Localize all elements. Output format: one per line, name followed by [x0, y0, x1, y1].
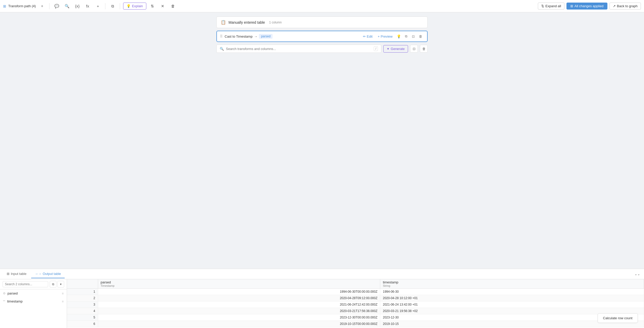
- col-name: timestamp: [7, 299, 60, 303]
- copy-button[interactable]: ⧉: [108, 2, 117, 10]
- timestamp-cell: 1994-06-30: [380, 289, 644, 295]
- preview-label: Preview: [381, 35, 393, 38]
- col-name: parsed: [7, 291, 60, 295]
- timestamp-cell: 2020-04-28 10:12:00 +01: [380, 295, 644, 301]
- cast-to-timestamp-label: Cast to Timestamp: [225, 35, 252, 38]
- path-title: Transform path (4): [8, 4, 36, 8]
- main-content: 📋 Manually entered table 1 column ⠿ Cast…: [0, 12, 644, 269]
- generate-label: Generate: [391, 47, 405, 51]
- sort-icon[interactable]: ≡: [62, 300, 64, 303]
- transform-path-icon: ⊞: [3, 4, 6, 8]
- add-button[interactable]: ＋: [38, 2, 46, 10]
- row-number-cell: 5: [67, 314, 98, 321]
- preview-icon: +: [378, 35, 380, 38]
- search-bar: 🔍 /: [216, 45, 381, 53]
- output-table-label: Output table: [43, 272, 61, 276]
- row-number-cell: 2: [67, 295, 98, 301]
- output-table-icon: →→: [35, 272, 41, 276]
- table-row: 22020-04-28T09:12:00.000Z2020-04-28 10:1…: [67, 295, 644, 301]
- source-title: Manually entered table: [228, 20, 265, 24]
- list-item[interactable]: "" timestamp ≡: [0, 297, 67, 305]
- explain-label: Explain: [132, 4, 143, 8]
- zoom-button[interactable]: 🔍: [63, 2, 71, 10]
- table-row: 42020-03-21T17:56:38.000Z2020-03-21 19:5…: [67, 308, 644, 314]
- left-search-row: ⧉ ▾: [0, 279, 67, 289]
- source-meta: 1 column: [269, 21, 282, 24]
- search-input[interactable]: [226, 47, 372, 51]
- list-item[interactable]: ⊙ parsed ≡: [0, 289, 67, 297]
- copy-transform-button[interactable]: ⧉: [402, 33, 410, 40]
- plus-button[interactable]: +: [94, 2, 102, 10]
- parsed-cell: 2020-04-28T09:12:00.000Z: [98, 295, 380, 301]
- function-button[interactable]: fx: [83, 2, 92, 10]
- expand-label: Expand all: [545, 4, 561, 8]
- edit-label: Edit: [367, 35, 372, 38]
- open-in-new-button[interactable]: ⊡: [410, 45, 418, 53]
- timestamp-cell: 2021-06-24 13:42:00 +01: [380, 301, 644, 308]
- collapse-panel-button[interactable]: ⌄⌄: [634, 271, 641, 278]
- col-type-icon: "": [3, 300, 5, 303]
- transform-arrow: →: [254, 35, 257, 38]
- data-table-wrapper: parsedTimestamptimestampString 11994-06-…: [67, 279, 644, 328]
- edit-transform-button[interactable]: ✏ Edit: [360, 33, 375, 39]
- left-panel: ⧉ ▾ ⊙ parsed ≡ "" timestamp ≡: [0, 279, 67, 328]
- sort-icon[interactable]: ≡: [62, 292, 64, 295]
- copy-columns-button[interactable]: ⧉: [50, 281, 56, 288]
- row-number-cell: 4: [67, 308, 98, 314]
- changes-icon: ⊞: [570, 4, 573, 8]
- all-changes-label: All changes applied: [574, 4, 604, 8]
- source-card: 📋 Manually entered table 1 column: [216, 16, 428, 28]
- row-number-cell: 1: [67, 289, 98, 295]
- parsed-cell: 2023-12-30T00:00:00.000Z: [98, 314, 380, 321]
- delete-button[interactable]: 🗑: [169, 2, 177, 10]
- top-toolbar: ⊞ Transform path (4) ＋ 💬 🔍 {x} fx + ⧉ 💡 …: [0, 0, 644, 12]
- table-header: timestampString: [380, 279, 644, 289]
- table-area: ⧉ ▾ ⊙ parsed ≡ "" timestamp ≡ parsedTime…: [0, 279, 644, 328]
- col-header-name: timestamp: [383, 280, 641, 284]
- divider-2: [105, 3, 105, 9]
- back-icon: ↗: [613, 4, 616, 8]
- table-row: 11994-06-30T00:00:00.000Z1994-06-30: [67, 289, 644, 295]
- column-list: ⊙ parsed ≡ "" timestamp ≡: [0, 289, 67, 328]
- output-table-tab[interactable]: →→ Output table: [31, 270, 65, 278]
- up-down-button[interactable]: ⇅: [148, 2, 157, 10]
- parsed-cell: 2020-03-21T17:56:38.000Z: [98, 308, 380, 314]
- table-header: parsedTimestamp: [98, 279, 380, 289]
- bottom-panel: ⊞ Input table →→ Output table ⌄⌄ ⧉ ▾ ⊙ p…: [0, 269, 644, 328]
- search-bar-row: 🔍 / ✦ Generate ⊡ 🗑: [216, 45, 428, 53]
- bulb-button[interactable]: 💡: [395, 33, 402, 40]
- expression-button[interactable]: {x}: [73, 2, 81, 10]
- search-shortcut: /: [374, 46, 378, 51]
- preview-transform-button[interactable]: + Preview: [375, 33, 395, 39]
- drag-handle-icon[interactable]: ⠿: [220, 34, 223, 38]
- edit-icon: ✏: [363, 35, 366, 38]
- duplicate-transform-button[interactable]: ⊡: [410, 33, 417, 40]
- close-button[interactable]: ✕: [159, 2, 167, 10]
- search-icon: 🔍: [220, 47, 224, 51]
- input-table-tab[interactable]: ⊞ Input table: [3, 270, 30, 278]
- transform-target: parsed: [259, 34, 273, 39]
- calculate-row-count-button[interactable]: Calculate row count: [598, 313, 638, 323]
- transform-row: ⠿ Cast to Timestamp → parsed ✏ Edit + Pr…: [216, 31, 428, 42]
- explain-icon: 💡: [126, 4, 131, 8]
- data-table: parsedTimestamptimestampString 11994-06-…: [67, 279, 644, 327]
- back-to-graph-button[interactable]: ↗ Back to graph: [609, 3, 641, 10]
- filter-columns-button[interactable]: ▾: [57, 281, 64, 288]
- all-changes-button[interactable]: ⊞ All changes applied: [566, 3, 607, 10]
- expand-all-button[interactable]: ⇅ Expand all: [538, 3, 564, 10]
- input-table-icon: ⊞: [7, 272, 10, 276]
- col-type-icon: ⊙: [3, 292, 5, 295]
- delete-transform-button[interactable]: 🗑: [417, 33, 424, 40]
- parsed-cell: 2021-06-24T12:42:00.000Z: [98, 301, 380, 308]
- explain-button[interactable]: 💡 Explain: [123, 3, 146, 10]
- back-graph-label: Back to graph: [617, 4, 638, 8]
- comment-button[interactable]: 💬: [53, 2, 61, 10]
- search-columns-input[interactable]: [3, 281, 48, 287]
- row-number-cell: 3: [67, 301, 98, 308]
- delete-search-button[interactable]: 🗑: [420, 45, 428, 53]
- transform-label: Cast to Timestamp → parsed: [225, 34, 273, 39]
- expand-icon: ⇅: [541, 4, 544, 8]
- col-header-type: Timestamp: [101, 284, 378, 287]
- col-header-name: parsed: [101, 280, 378, 284]
- generate-button[interactable]: ✦ Generate: [383, 45, 408, 53]
